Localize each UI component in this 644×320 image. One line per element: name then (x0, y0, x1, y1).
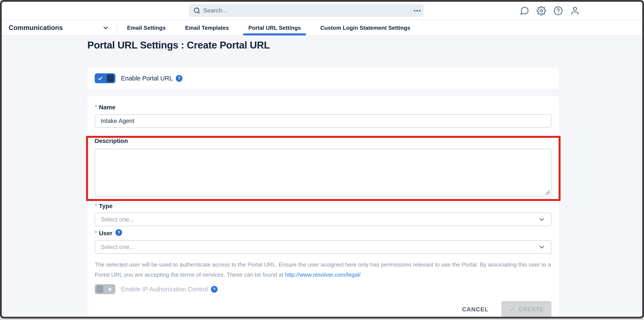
toggle-knob (107, 74, 114, 82)
enable-portal-url-label: Enable Portal URL (121, 75, 173, 82)
user-help-icon[interactable]: ? (116, 229, 122, 236)
page-title: Portal URL Settings : Create Portal URL (87, 39, 270, 51)
toggle-knob (96, 285, 103, 293)
user-help-text: The selected user will be used to authen… (95, 260, 552, 280)
chevron-down-icon (538, 216, 546, 223)
portal-url-form-card: * Name Description * Type Select one... … (87, 96, 559, 318)
type-select-placeholder: Select one... (101, 216, 538, 223)
tab-custom-login-statement-settings[interactable]: Custom Login Statement Settings (310, 20, 420, 35)
description-textarea[interactable] (95, 149, 552, 196)
dot-icon (419, 10, 420, 12)
search-icon (193, 7, 200, 14)
dot-icon (414, 10, 416, 12)
topbar-icon-group (520, 2, 580, 20)
settings-tabs: Email Settings Email Templates Portal UR… (117, 20, 420, 35)
type-select[interactable]: Select one... (95, 212, 552, 226)
required-marker: * (95, 104, 97, 110)
type-field-label: * Type (95, 203, 112, 210)
search-more-button[interactable] (410, 6, 424, 15)
enable-portal-url-card: Enable Portal URL ? (87, 67, 559, 89)
tab-email-templates[interactable]: Email Templates (175, 20, 238, 35)
x-icon (107, 286, 112, 292)
description-field-label: Description (95, 138, 128, 144)
user-field-label: * User ? (95, 230, 122, 237)
content-area: Portal URL Settings : Create Portal URL … (2, 36, 642, 317)
ip-authorization-help-icon[interactable]: ? (211, 286, 218, 292)
communications-dropdown[interactable]: Communications (2, 20, 117, 35)
ip-authorization-row: Enable IP Authorization Control ? (95, 284, 218, 294)
communications-dropdown-label: Communications (9, 24, 102, 32)
check-icon (509, 306, 515, 312)
enable-portal-url-toggle[interactable] (95, 73, 116, 83)
user-select[interactable]: Select one... (95, 240, 552, 254)
chat-icon[interactable] (520, 6, 529, 16)
tab-portal-url-settings[interactable]: Portal URL Settings (238, 20, 310, 35)
search-input[interactable] (200, 4, 410, 17)
top-bar (2, 2, 642, 20)
enable-ip-authorization-toggle[interactable] (95, 284, 116, 294)
app-window: Communications Email Settings Email Temp… (0, 0, 644, 318)
search-bar[interactable] (189, 4, 424, 17)
create-button[interactable]: CREATE (502, 301, 552, 318)
help-icon[interactable] (554, 6, 563, 16)
form-footer: CANCEL CREATE (462, 301, 552, 318)
settings-nav-bar: Communications Email Settings Email Temp… (2, 20, 642, 36)
required-marker: * (95, 203, 97, 209)
gear-icon[interactable] (536, 6, 546, 16)
chevron-down-icon (102, 24, 109, 31)
portal-url-help-icon[interactable]: ? (176, 75, 182, 82)
dot-icon (416, 10, 418, 12)
name-input[interactable] (95, 114, 552, 128)
user-select-placeholder: Select one... (101, 244, 538, 250)
legal-link[interactable]: http://www.resolver.com/legal/ (285, 272, 360, 278)
tab-email-settings[interactable]: Email Settings (117, 20, 175, 35)
enable-ip-authorization-label: Enable IP Authorization Control (121, 286, 208, 293)
cancel-button[interactable]: CANCEL (462, 306, 488, 313)
required-marker: * (95, 230, 97, 236)
user-icon[interactable] (570, 6, 580, 16)
name-field-label: * Name (95, 104, 116, 111)
chevron-down-icon (538, 244, 546, 251)
check-icon (98, 76, 103, 81)
